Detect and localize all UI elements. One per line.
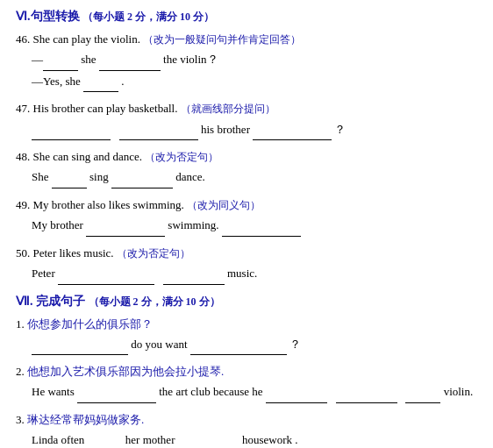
question-49: 49. My brother also likes swimming. （改为同… (16, 196, 477, 237)
question-c1: 1. 你想参加什么的俱乐部？ do you want ？ (16, 315, 477, 356)
question-47: 47. His brother can play basketball. （就画… (16, 99, 477, 140)
q49-line1: My brother swimming. (32, 215, 477, 237)
question-46: 46. She can play the violin. （改为一般疑问句并作肯… (16, 30, 477, 92)
blank-47-1[interactable] (32, 126, 111, 140)
section-vii-title-text: Ⅶ. 完成句子 (16, 295, 85, 308)
question-c3: 3. 琳达经常帮妈妈做家务. Linda often her mother ho… (16, 410, 477, 448)
q47-line1: his brother ？ (32, 119, 477, 141)
blank-c2-4[interactable] (405, 389, 440, 403)
blank-c1-1[interactable] (32, 341, 128, 355)
section-vii: Ⅶ. 完成句子 （每小题 2 分，满分 10 分） 1. 你想参加什么的俱乐部？… (16, 294, 477, 448)
blank-49-2[interactable] (222, 223, 301, 237)
q50-line1: Peter music. (32, 263, 477, 285)
blank-c3-2[interactable] (178, 437, 239, 448)
section-vii-title: Ⅶ. 完成句子 （每小题 2 分，满分 10 分） (16, 294, 477, 309)
section-vi-title: Ⅵ.句型转换 （每小题 2 分，满分 10 分） (16, 9, 477, 25)
question-c2: 2. 他想加入艺术俱乐部因为他会拉小提琴. He wants the art c… (16, 362, 477, 403)
blank-48-1[interactable] (52, 174, 87, 188)
q48-line1: She sing dance. (32, 167, 477, 188)
q46-line1: — she the violin？ (32, 49, 477, 71)
blank-47-2[interactable] (119, 126, 198, 140)
blank-50-1[interactable] (58, 271, 154, 285)
section-vii-subtitle: （每小题 2 分，满分 10 分） (89, 295, 220, 308)
blank-46-2[interactable] (99, 57, 161, 71)
qc3-line1: Linda often her mother housework . (32, 430, 477, 448)
blank-50-2[interactable] (163, 271, 225, 285)
section-vi-title-text: Ⅵ.句型转换 (16, 10, 80, 23)
blank-46-1[interactable] (43, 57, 78, 71)
blank-46-3[interactable] (83, 78, 118, 92)
section-vi: Ⅵ.句型转换 （每小题 2 分，满分 10 分） 46. She can pla… (16, 9, 477, 285)
qc1-line1: do you want ？ (32, 334, 477, 356)
qc2-line1: He wants the art club because he violin. (32, 381, 477, 403)
blank-c3-1[interactable] (88, 437, 123, 448)
blank-c2-3[interactable] (336, 389, 397, 403)
question-48: 48. She can sing and dance. （改为否定句） She … (16, 147, 477, 188)
blank-c2-1[interactable] (77, 389, 156, 403)
blank-48-2[interactable] (111, 174, 173, 188)
question-50: 50. Peter likes music. （改为否定句） Peter mus… (16, 244, 477, 285)
blank-49-1[interactable] (86, 223, 165, 237)
blank-47-3[interactable] (253, 126, 332, 140)
blank-c2-2[interactable] (266, 389, 327, 403)
section-vi-subtitle: （每小题 2 分，满分 10 分） (82, 11, 214, 23)
blank-c1-2[interactable] (190, 341, 287, 355)
q46-line2: —Yes, she . (32, 71, 477, 93)
